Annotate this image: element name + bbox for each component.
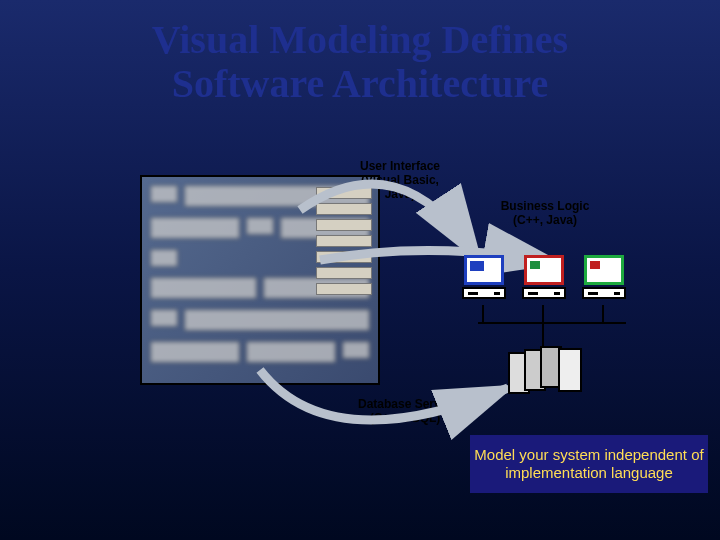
computer-icon-logic-1 — [520, 255, 568, 299]
computer-icon-logic-2 — [580, 255, 628, 299]
title-line-2: Software Architecture — [172, 61, 549, 106]
network-connector — [542, 305, 544, 323]
callout-text: Model your system independent of impleme… — [470, 446, 708, 482]
network-bus — [478, 322, 626, 324]
label-business-logic: Business Logic (C++, Java) — [490, 200, 600, 228]
uml-diagram-thumbnail — [140, 175, 380, 385]
title-line-1: Visual Modeling Defines — [152, 17, 568, 62]
label-database-server: Database Server (C++ & SQL) — [345, 398, 465, 426]
network-connector — [542, 324, 544, 346]
database-server-icon — [508, 346, 580, 406]
slide-title: Visual Modeling Defines Software Archite… — [0, 0, 720, 106]
label-user-interface: User Interface (Visual Basic, Java) — [350, 160, 450, 201]
network-connector — [602, 305, 604, 323]
callout-box: Model your system independent of impleme… — [470, 435, 708, 493]
computer-icon-ui — [460, 255, 508, 299]
network-connector — [482, 305, 484, 323]
